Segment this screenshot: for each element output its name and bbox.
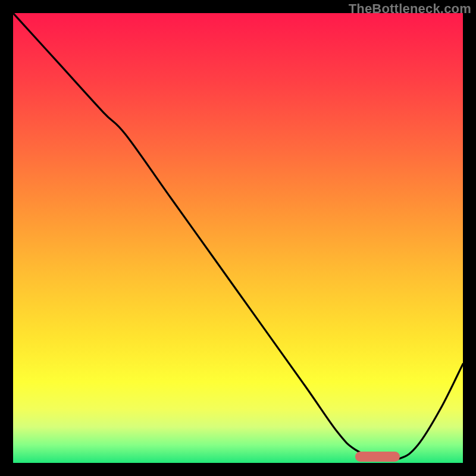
bottleneck-curve bbox=[13, 13, 463, 463]
highlighted-range-segment bbox=[355, 452, 400, 462]
chart-frame: TheBottleneck.com bbox=[0, 0, 476, 476]
plot-area bbox=[13, 13, 463, 463]
curve-path bbox=[13, 13, 463, 460]
